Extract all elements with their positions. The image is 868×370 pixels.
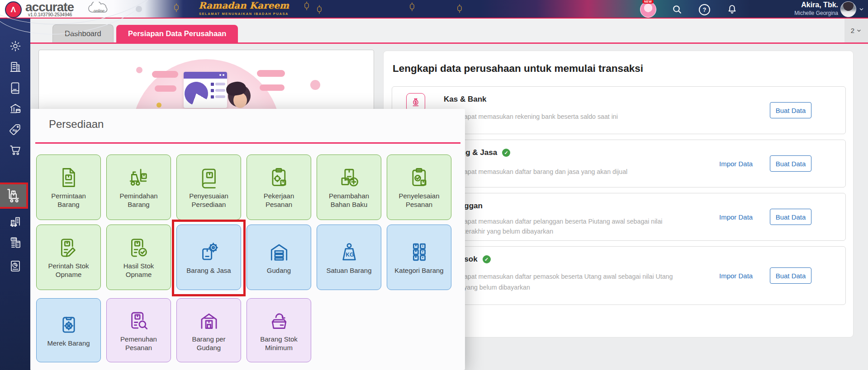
tile-wrap-pemindahan-barang: Pemindahan Barang xyxy=(106,155,171,220)
content-area: Lengkapi data perusahaan untuk memulai t… xyxy=(30,44,868,370)
tile-label: Penyelesaian Pesanan xyxy=(387,192,451,209)
tile-wrap-gudang: Gudang xyxy=(247,225,311,290)
tab-bar: Dashboard Persiapan Data Perusahaan 2 xyxy=(30,19,868,44)
doc-pencil-icon xyxy=(57,236,81,259)
doc-check-icon xyxy=(127,236,151,259)
card-title: Kas & Bank xyxy=(444,95,486,104)
tile-row: Perintah Stok OpnameHasil Stok OpnameBar… xyxy=(36,225,451,290)
illustration-bar xyxy=(260,84,285,91)
tab-persiapan-data-perusahaan[interactable]: Persiapan Data Perusahaan xyxy=(116,25,238,42)
doc-magnifier-icon xyxy=(127,309,151,333)
tile-pekerjaan-pesanan[interactable]: Pekerjaan Pesanan xyxy=(247,155,311,220)
report-doc-icon xyxy=(9,267,22,274)
sidebar-item-reports[interactable] xyxy=(9,259,22,273)
top-header: Λ accurate online v1.0.1#3790-2534946 Ra… xyxy=(0,0,868,19)
buat-data-button[interactable]: Buat Data xyxy=(770,102,811,118)
tab-counter[interactable]: 2 xyxy=(844,19,868,42)
sidebar-item-tax[interactable]: TAX xyxy=(9,236,22,249)
tile-label: Perintah Stok Opname xyxy=(37,262,100,279)
box-brand-icon xyxy=(57,313,81,337)
whats-new-avatar[interactable]: NEW xyxy=(640,1,656,18)
lantern-icon xyxy=(317,5,322,14)
box-gear-icon xyxy=(197,240,221,264)
illustration-dot xyxy=(310,80,320,90)
impor-data-link[interactable]: Impor Data xyxy=(719,160,753,168)
trolley-icon xyxy=(5,198,22,206)
sidebar-item-purchases[interactable] xyxy=(9,143,22,157)
tax-doc-icon: TAX xyxy=(9,243,22,251)
sidebar-item-company[interactable] xyxy=(9,60,22,74)
online-cloud-badge: online xyxy=(86,2,112,14)
accurate-logo-icon[interactable]: Λ xyxy=(5,1,22,18)
tile-pemindahan-barang[interactable]: Pemindahan Barang xyxy=(106,155,171,220)
tile-penyesuaian-persediaan[interactable]: Penyesuaian Persediaan xyxy=(176,155,241,220)
tile-pemenuhan-pesanan[interactable]: Pemenuhan Pesanan xyxy=(106,298,171,362)
tile-hasil-stok-opname[interactable]: Hasil Stok Opname xyxy=(106,225,171,290)
illustration-bar xyxy=(257,70,285,77)
help-icon[interactable]: ? xyxy=(699,4,710,15)
card-title-row: Kas & Bank xyxy=(444,95,486,104)
tile-permintaan-barang[interactable]: Permintaan Barang xyxy=(36,155,101,220)
tile-label: Barang per Gudang xyxy=(177,335,241,352)
open-box-arrow-icon xyxy=(267,309,291,333)
new-badge: NEW xyxy=(642,0,654,4)
tile-gudang[interactable]: Gudang xyxy=(247,225,311,290)
version-label: v1.0.1#3790-2534946 xyxy=(28,12,72,17)
illustration-bar xyxy=(155,85,176,92)
panel-heading: Lengkapi data perusahaan untuk memulai t… xyxy=(393,63,643,75)
tile-kategori-barang[interactable]: Kategori Barang xyxy=(387,225,451,290)
building-icon xyxy=(9,67,22,75)
card-description-line: Anda dapat memasukan daftar pelanggan be… xyxy=(444,218,663,225)
tile-label: Barang & Jasa xyxy=(183,266,234,275)
company-name: Akira, Tbk. xyxy=(801,1,838,9)
impor-data-link[interactable]: Impor Data xyxy=(719,213,753,221)
tile-merek-barang[interactable]: Merek Barang xyxy=(36,298,101,362)
impor-data-link[interactable]: Impor Data xyxy=(719,272,753,280)
tile-barang-jasa[interactable]: Barang & Jasa xyxy=(176,225,241,290)
buat-data-button[interactable]: Buat Data xyxy=(770,155,811,172)
card-description-line: Anda dapat memasukan daftar barang dan j… xyxy=(444,168,627,175)
tile-wrap-hasil-stok-opname: Hasil Stok Opname xyxy=(106,225,171,290)
tile-wrap-penyelesaian-pesanan: Penyelesaian Pesanan xyxy=(387,155,451,220)
sidebar-item-ledger[interactable] xyxy=(9,81,22,94)
buat-data-button[interactable]: Buat Data xyxy=(770,267,811,284)
svg-text:Rp: Rp xyxy=(12,128,17,132)
tile-wrap-kategori-barang: Kategori Barang xyxy=(387,225,451,290)
warehouse-icon xyxy=(267,240,291,264)
tile-wrap-pekerjaan-pesanan: Pekerjaan Pesanan xyxy=(247,155,311,220)
illustration-browser-window xyxy=(184,72,227,108)
user-menu-chevron-down-icon[interactable] xyxy=(859,6,864,12)
completed-check-icon: ✓ xyxy=(502,149,510,157)
chevron-down-icon xyxy=(856,28,862,33)
tile-barang-stok-minimum[interactable]: Barang Stok Minimum xyxy=(247,298,311,362)
sidebar-item-settings[interactable] xyxy=(9,39,22,53)
tile-label: Kategori Barang xyxy=(391,266,447,275)
tile-wrap-merek-barang: Merek Barang xyxy=(36,298,101,362)
tab-dashboard[interactable]: Dashboard xyxy=(52,24,114,42)
tile-label: Pemenuhan Pesanan xyxy=(107,335,171,352)
grid-boxes-icon xyxy=(408,240,431,264)
tile-penyelesaian-pesanan[interactable]: Penyelesaian Pesanan xyxy=(387,155,451,220)
sidebar-item-cash-bank[interactable] xyxy=(9,102,22,115)
clipboard-gear-icon xyxy=(267,166,291,189)
buat-data-button[interactable]: Buat Data xyxy=(770,209,811,225)
tile-satuan-barang[interactable]: KGSatuan Barang xyxy=(317,225,381,290)
ramadan-banner-subtitle: SELAMAT MENUNAIKAN IBADAH PUASA xyxy=(187,12,300,16)
tile-wrap-pemenuhan-pesanan: Pemenuhan Pesanan xyxy=(106,298,171,362)
tile-wrap-barang-per-gudang: Barang per Gudang xyxy=(176,298,241,362)
tile-barang-per-gudang[interactable]: Barang per Gudang xyxy=(176,298,241,362)
tile-wrap-barang-jasa: Barang & Jasa xyxy=(176,225,241,290)
card-description-line: Anda dapat memasukan daftar pemasok bese… xyxy=(444,273,673,280)
bank-icon xyxy=(9,109,22,117)
sidebar-item-inventory[interactable] xyxy=(5,187,22,204)
search-icon[interactable] xyxy=(671,4,683,15)
tile-wrap-penambahan-bahan-baku: Penambahan Bahan Baku xyxy=(317,155,381,220)
user-avatar[interactable] xyxy=(840,1,856,17)
tile-penambahan-bahan-baku[interactable]: Penambahan Bahan Baku xyxy=(317,155,381,220)
app-window: Λ accurate online v1.0.1#3790-2534946 Ra… xyxy=(0,0,868,370)
sidebar-item-fixed-assets[interactable] xyxy=(9,215,22,229)
cart-icon xyxy=(9,150,22,158)
tile-perintah-stok-opname[interactable]: Perintah Stok Opname xyxy=(36,225,101,290)
notifications-bell-icon[interactable] xyxy=(726,4,738,15)
sidebar-item-sales[interactable]: Rp xyxy=(9,122,22,136)
